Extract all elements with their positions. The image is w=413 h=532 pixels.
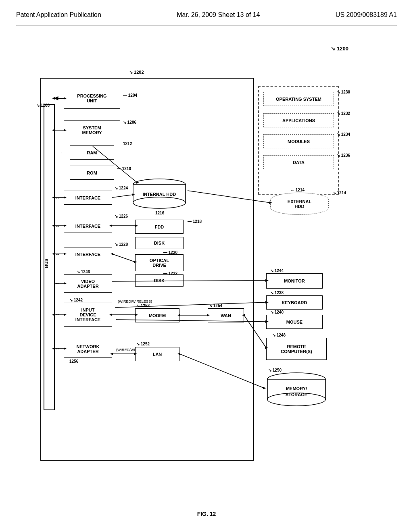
header-left: Patent Application Publication xyxy=(16,11,101,19)
monitor-box: MONITOR xyxy=(266,273,323,289)
data-box: DATA xyxy=(263,155,334,169)
ref-1216: 1216 xyxy=(155,211,164,215)
ref-1226: ↘ 1226 xyxy=(115,214,128,218)
ref-1214a: ↘ 1214 xyxy=(333,191,346,195)
ref-1248: ↘ 1248 xyxy=(272,333,286,337)
ref-1218: — 1218 xyxy=(188,219,202,224)
interface1-arrow: ↔ xyxy=(55,195,60,201)
ref-1200: ↘ 1200 xyxy=(331,46,348,52)
svg-text:STORAGE: STORAGE xyxy=(286,392,307,397)
input-device-arrow: ↔ xyxy=(55,312,60,317)
ref-1202: ↘ 1202 xyxy=(129,70,144,75)
processing-unit-box: PROCESSINGUNIT xyxy=(64,88,120,109)
rom-box: ROM xyxy=(70,166,114,180)
ram-box: RAM xyxy=(70,145,114,160)
ref-1236: ↘ 1236 xyxy=(337,153,350,158)
remote-computers-box: REMOTECOMPUTER(S) xyxy=(266,338,327,360)
ref-1210: — 1210 xyxy=(117,166,131,171)
header-right: US 2009/0083189 A1 xyxy=(336,11,397,19)
lan-box: LAN xyxy=(135,347,179,361)
ref-1204: — 1204 xyxy=(123,93,137,98)
page-header: Patent Application Publication Mar. 26, … xyxy=(16,8,397,25)
ref-1240: ↘ 1240 xyxy=(270,310,284,314)
ref-1224: ↘ 1224 xyxy=(115,186,128,190)
figure-area: ↘ 1200 ↘ 1202 BUS ↘ 1208 PROCESSINGUNIT … xyxy=(16,33,397,501)
ref-1232: ↘ 1232 xyxy=(337,111,350,116)
modules-box: MODULES xyxy=(263,134,334,148)
video-adapter-arrow: ← xyxy=(55,281,60,286)
ref-1228: ↘ 1228 xyxy=(115,242,128,247)
applications-box: APPLICATIONS xyxy=(263,113,334,127)
ram-arrow: ← xyxy=(60,150,65,156)
svg-point-2 xyxy=(133,197,186,208)
interface2-box: INTERFACE xyxy=(64,219,112,233)
header-center: Mar. 26, 2009 Sheet 13 of 14 xyxy=(177,11,260,19)
video-adapter-box: VIDEOADAPTER xyxy=(64,274,112,293)
figure-caption: FIG. 12 xyxy=(16,511,397,517)
keyboard-box: KEYBOARD xyxy=(266,295,323,310)
ref-1256: 1256 xyxy=(69,359,78,364)
system-memory-box: SYSTEMMEMORY xyxy=(64,120,120,140)
interface2-arrow: ↔ xyxy=(55,223,60,229)
ref-1220: — 1220 xyxy=(163,250,177,255)
internal-hdd-cylinder: INTERNAL HDD xyxy=(131,179,188,211)
page: Patent Application Publication Mar. 26, … xyxy=(0,0,413,532)
network-adapter-box: NETWORKADAPTER xyxy=(64,340,112,358)
wired-wireless-1: (WIRED/WIRELESS) xyxy=(118,299,152,303)
ref-1246: ↘ 1246 xyxy=(77,270,90,274)
ref-1208: ↘ 1208 xyxy=(36,103,50,108)
ref-1206: ↘ 1206 xyxy=(123,120,136,125)
external-hdd-box: EXTERNALHDD xyxy=(270,193,329,215)
mouse-box: MOUSE xyxy=(266,315,323,329)
wan-box: WAN xyxy=(208,308,244,322)
ref-1254: ↘ 1254 xyxy=(209,303,222,308)
ref-1244: ↘ 1244 xyxy=(270,268,284,273)
ref-1234: ↘ 1234 xyxy=(337,132,350,137)
svg-text:MEMORY/: MEMORY/ xyxy=(286,386,307,391)
fdd-box: FDD xyxy=(135,220,184,234)
ref-1250: ↘ 1250 xyxy=(268,368,282,372)
os-box: OPERATING SYSTEM xyxy=(263,92,334,106)
ref-1258: ↘ 1258 xyxy=(136,303,150,308)
optical-drive-box: OPTICALDRIVE xyxy=(135,254,184,271)
network-adapter-arrow: ↔ xyxy=(55,346,60,351)
ref-1238: ↘ 1238 xyxy=(270,291,284,295)
modem-box: MODEM xyxy=(135,308,179,322)
ref-1252: ↘ 1252 xyxy=(136,342,150,346)
ref-1222: — 1222 xyxy=(163,271,177,276)
fdd-disk-box: DISK xyxy=(135,237,184,249)
ref-1212: 1212 xyxy=(123,141,132,146)
bus-label: BUS xyxy=(44,251,49,275)
svg-text:INTERNAL HDD: INTERNAL HDD xyxy=(143,192,176,197)
optical-disk-box: DISK xyxy=(135,274,184,287)
interface3-box: INTERFACE xyxy=(64,247,112,261)
interface1-box: INTERFACE xyxy=(64,191,112,205)
input-device-interface-box: INPUTDEVICEINTERFACE xyxy=(64,303,112,327)
ref-1214b: ← 1214 xyxy=(290,188,305,192)
ref-1242: ↘ 1242 xyxy=(69,298,83,302)
interface3-arrow: ↔ xyxy=(55,251,60,257)
memory-storage-cylinder: MEMORY/ STORAGE xyxy=(264,372,329,408)
ref-1230: ↘ 1230 xyxy=(337,90,350,94)
